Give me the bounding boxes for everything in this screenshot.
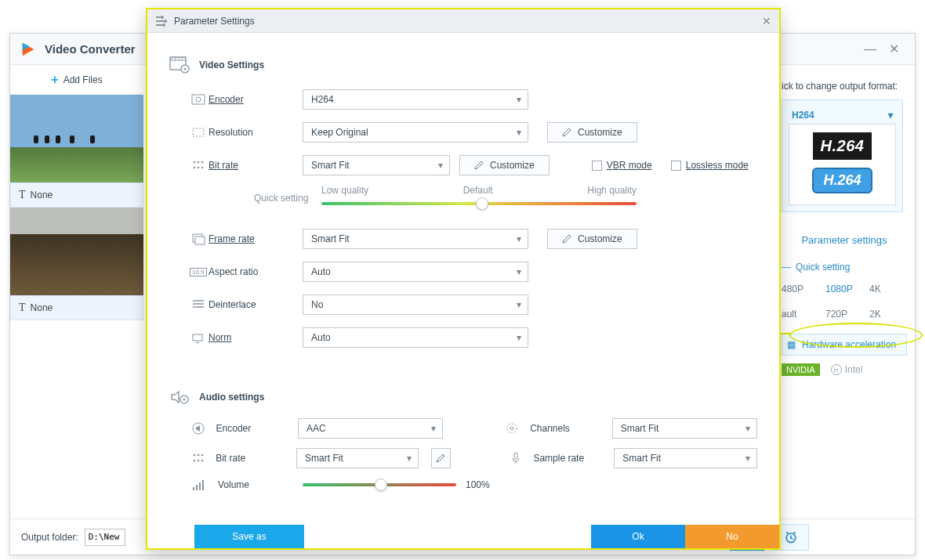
audio-encoder-select[interactable]: AAC▾ [298, 418, 443, 439]
chevron-down-icon: ▾ [407, 453, 412, 464]
svg-rect-42 [514, 453, 517, 459]
svg-rect-17 [193, 128, 204, 136]
res-preset[interactable]: 2K [869, 309, 907, 320]
dialog-title: Parameter Settings [174, 16, 762, 27]
speaker-icon [191, 421, 205, 435]
chip-icon: ▦ [787, 339, 796, 350]
res-preset[interactable]: 1080P [825, 284, 863, 294]
resolution-select[interactable]: Keep Original▾ [303, 122, 528, 143]
audio-bitrate-edit-button[interactable] [431, 448, 451, 468]
svg-rect-30 [196, 342, 199, 343]
svg-point-16 [196, 97, 201, 102]
svg-rect-15 [192, 95, 205, 104]
samplerate-select[interactable]: Smart Fit▾ [614, 448, 757, 468]
vbr-mode-checkbox[interactable]: VBR mode [592, 160, 652, 171]
save-as-button[interactable]: Save as [194, 525, 304, 548]
subtitle-row[interactable]: T None [10, 295, 143, 320]
chevron-down-icon: ▾ [888, 110, 893, 121]
aspect-select[interactable]: Auto▾ [303, 262, 528, 282]
subtitle-value: None [31, 190, 53, 201]
res-preset[interactable]: 480P [782, 284, 819, 294]
customize-framerate-button[interactable]: Customize [547, 229, 637, 249]
audio-bitrate-select[interactable]: Smart Fit▾ [296, 448, 419, 468]
output-format-panel[interactable]: H264 ▾ H.264 H.264 [782, 99, 903, 212]
svg-point-23 [201, 167, 204, 169]
chevron-down-icon: ▾ [517, 299, 521, 310]
svg-rect-29 [193, 334, 202, 341]
svg-point-18 [194, 161, 196, 164]
svg-rect-46 [202, 480, 204, 490]
no-button[interactable]: No [685, 525, 779, 548]
video-gear-icon [169, 56, 190, 74]
quick-setting-slider[interactable]: Quick setting Low quality Default High q… [254, 185, 757, 213]
video-settings-header: Video Settings [169, 56, 757, 74]
dialog-close-button[interactable]: ✕ [762, 15, 771, 27]
slider-knob[interactable] [375, 479, 387, 491]
audio-encoder-label: Encoder [216, 423, 290, 434]
chevron-down-icon: ▾ [517, 233, 521, 244]
channels-icon [505, 421, 519, 435]
svg-rect-45 [199, 482, 201, 490]
encoder-label: Encoder [209, 94, 284, 105]
bitrate-label: Bit rate [209, 160, 284, 171]
chevron-down-icon: ▾ [745, 423, 750, 434]
hardware-acceleration-toggle[interactable]: ▦ Hardware acceleration [782, 334, 907, 356]
svg-point-36 [193, 454, 195, 457]
pencil-icon [562, 234, 571, 244]
parameter-settings-link[interactable]: Parameter settings [782, 234, 907, 246]
subtitle-value: None [31, 302, 53, 313]
samplerate-label: Sample rate [533, 453, 606, 464]
aspect-ratio-icon: 16:9 [190, 268, 207, 276]
video-thumbnail[interactable] [10, 95, 143, 182]
res-preset[interactable]: 720P [825, 309, 863, 320]
volume-bars-icon [191, 478, 205, 492]
deinterlace-select[interactable]: No▾ [303, 294, 528, 315]
quick-setting-link[interactable]: —Quick setting [782, 262, 907, 273]
encoder-icon [191, 92, 205, 107]
resolution-icon [191, 125, 205, 139]
channels-select[interactable]: Smart Fit▾ [612, 418, 757, 439]
dialog-body: Video Settings Encoder H264▾ Resolution … [147, 33, 779, 525]
lossless-mode-checkbox[interactable]: Lossless mode [671, 160, 749, 171]
svg-point-40 [197, 460, 199, 462]
svg-point-41 [201, 460, 203, 462]
svg-point-19 [198, 161, 200, 164]
bitrate-select[interactable]: Smart Fit▾ [303, 155, 450, 175]
dialog-titlebar: Parameter Settings ✕ [147, 9, 779, 33]
svg-rect-43 [193, 487, 194, 490]
add-files-label: Add Files [63, 74, 103, 85]
intel-badge: in Intel [831, 364, 863, 375]
volume-slider[interactable] [303, 483, 456, 486]
format-preview: H.264 H.264 [789, 124, 896, 205]
subtitle-row[interactable]: T None [10, 182, 143, 208]
svg-rect-1 [156, 16, 161, 18]
aspect-label: Aspect ratio [209, 266, 284, 277]
svg-point-35 [510, 427, 513, 430]
svg-point-14 [183, 67, 186, 70]
norm-select[interactable]: Auto▾ [303, 327, 528, 348]
h264-tag: H.264 [812, 168, 872, 193]
svg-rect-44 [196, 485, 198, 490]
customize-bitrate-button[interactable]: Customize [459, 155, 550, 175]
res-preset[interactable]: 4K [869, 284, 907, 294]
encoder-select[interactable]: H264▾ [303, 89, 528, 110]
video-thumbnail[interactable] [10, 208, 143, 295]
audio-settings-header: Audio settings [169, 388, 757, 406]
minimize-button[interactable]: — [858, 38, 882, 61]
audio-bitrate-label: Bit rate [216, 453, 288, 464]
norm-icon [191, 331, 205, 345]
left-panel: + Add Files T None T None [10, 65, 143, 320]
framerate-select[interactable]: Smart Fit▾ [303, 229, 528, 249]
close-button[interactable]: ✕ [882, 38, 905, 61]
slider-knob[interactable] [476, 197, 488, 210]
settings-icon [155, 15, 168, 27]
text-cursor-icon: T [19, 302, 26, 314]
channels-label: Channels [530, 423, 604, 434]
ok-button[interactable]: Ok [591, 525, 685, 548]
res-preset[interactable]: ault [782, 309, 819, 320]
customize-resolution-button[interactable]: Customize [547, 122, 637, 143]
svg-point-37 [197, 454, 199, 457]
add-files-button[interactable]: + Add Files [10, 65, 143, 95]
output-folder-input[interactable] [85, 529, 125, 546]
pencil-icon [474, 161, 484, 170]
